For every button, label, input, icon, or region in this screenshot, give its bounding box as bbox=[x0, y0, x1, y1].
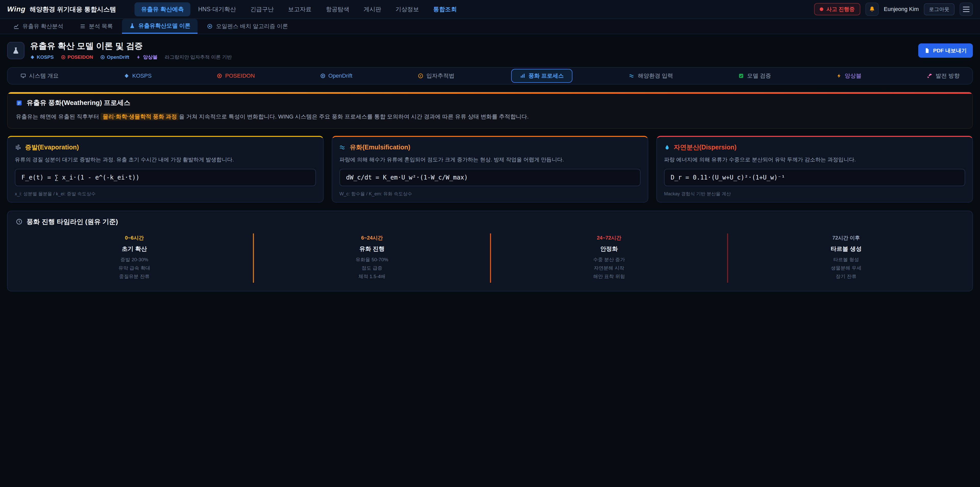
card-title-label: 자연분산(Dispersion) bbox=[674, 143, 737, 152]
card-description: 파랑 에너지에 의해 유류가 수중으로 분산되어 유막 두께가 감소하는 과정입… bbox=[664, 155, 965, 164]
card-evaporation: 증발(Evaporation) 유류의 경질 성분이 대기로 증발하는 과정. … bbox=[7, 136, 324, 203]
stage-phase: 유화 진행 bbox=[264, 245, 480, 253]
menu-button[interactable] bbox=[959, 3, 973, 16]
badge-label: OpenDrift bbox=[107, 54, 129, 60]
pill-label: KOSPS bbox=[132, 72, 151, 79]
nav-item-aerial-search[interactable]: 항공탐색 bbox=[319, 2, 356, 16]
tab-spill-analysis[interactable]: 유출유 확산분석 bbox=[6, 19, 70, 34]
main-nav: 유출유 확산예측 HNS·대기확산 긴급구난 보고자료 항공탐색 게시판 기상정… bbox=[135, 2, 809, 16]
badge-opendrift: OpenDrift bbox=[100, 54, 129, 60]
badge-label: KOSPS bbox=[37, 54, 54, 60]
nav-item-hns-atmospheric[interactable]: HNS·대기확산 bbox=[191, 2, 242, 16]
stage-detail: 수중 분산 증가 bbox=[501, 255, 717, 264]
monitor-icon bbox=[21, 73, 26, 79]
pill-particle-tracking[interactable]: 입자추적법 bbox=[409, 69, 463, 83]
list-icon bbox=[80, 23, 86, 29]
wind-icon bbox=[15, 144, 21, 151]
stage-detail: 유막 급속 확대 bbox=[26, 264, 243, 272]
timeline-stage-initial-spread: 0~6시간 초기 확산 증발 20-30% 유막 급속 확대 중질유분 잔류 bbox=[16, 233, 253, 283]
weathering-intro-panel: 유출유 풍화(Weathering) 프로세스 유출유는 해면에 유출된 직후부… bbox=[7, 92, 973, 129]
document-icon bbox=[924, 48, 930, 53]
card-title-label: 유화(Emulsification) bbox=[350, 143, 410, 152]
section-tab-bar: 시스템 개요 KOSPS POSEIDON OpenDrift 입자추적법 풍화… bbox=[7, 67, 973, 85]
timeline-stage-tarball: 72시간 이후 타르볼 생성 타르볼 형성 생물분해 우세 장기 잔류 bbox=[727, 233, 964, 283]
stage-detail: 해안 표착 위험 bbox=[501, 272, 717, 281]
nav-item-oil-spill-forecast[interactable]: 유출유 확산예측 bbox=[135, 2, 190, 16]
diamond-icon bbox=[124, 73, 129, 78]
tab-analysis-list[interactable]: 분석 목록 bbox=[73, 19, 120, 34]
pill-label: 발전 방향 bbox=[935, 72, 959, 80]
pill-model-validation[interactable]: 모델 검증 bbox=[730, 69, 780, 83]
stage-detail: 중질유분 잔류 bbox=[26, 272, 243, 281]
pill-label: POSEIDON bbox=[225, 72, 255, 79]
stage-detail: 점도 급증 bbox=[264, 264, 480, 272]
stage-period: 24~72시간 bbox=[501, 235, 717, 241]
card-dispersion: 자연분산(Dispersion) 파랑 에너지에 의해 유류가 수중으로 분산되… bbox=[656, 136, 973, 203]
stage-detail: 증발 20-30% bbox=[26, 255, 243, 264]
pill-future-direction[interactable]: 발전 방향 bbox=[918, 69, 968, 83]
logout-button[interactable]: 로그아웃 bbox=[924, 3, 955, 15]
clock-icon bbox=[16, 218, 22, 225]
notification-bell-button[interactable] bbox=[865, 3, 879, 16]
emulsification-formula: dW_c/dt = K_em·U_w²·(1-W_c/W_max) bbox=[339, 169, 641, 186]
pill-marine-environment-input[interactable]: 해양환경 입력 bbox=[620, 69, 682, 83]
pill-poseidon[interactable]: POSEIDON bbox=[208, 69, 263, 82]
rocket-icon bbox=[927, 73, 932, 79]
card-title: 유화(Emulsification) bbox=[339, 143, 641, 152]
app-title: 해양환경 위기대응 통합시스템 bbox=[30, 5, 116, 14]
pill-weathering-process[interactable]: 풍화 프로세스 bbox=[511, 69, 573, 83]
stage-phase: 안정화 bbox=[501, 245, 717, 253]
document-icon bbox=[16, 100, 22, 106]
stage-detail: 생물분해 우세 bbox=[738, 264, 954, 272]
stage-detail: 타르볼 형성 bbox=[738, 255, 954, 264]
tab-oilfence-algorithm-theory[interactable]: 오일펜스 배치 알고리즘 이론 bbox=[200, 19, 295, 34]
card-emulsification: 유화(Emulsification) 파랑에 의해 해수가 유류에 혼입되어 점… bbox=[332, 136, 648, 203]
evaporation-formula: F_e(t) = ∑ x_i·(1 - e^(-k_ei·t)) bbox=[15, 169, 316, 186]
tab-label: 유출유 확산분석 bbox=[22, 22, 63, 30]
top-navigation: Wing 해양환경 위기대응 통합시스템 유출유 확산예측 HNS·대기확산 긴… bbox=[0, 0, 980, 19]
stage-detail: 체적 1.5-4배 bbox=[264, 272, 480, 281]
weathering-timeline-panel: 풍화 진행 타임라인 (원유 기준) 0~6시간 초기 확산 증발 20-30%… bbox=[7, 211, 973, 292]
bell-icon bbox=[869, 6, 876, 13]
nav-item-emergency-rescue[interactable]: 긴급구난 bbox=[244, 2, 280, 16]
badge-label: POSEIDON bbox=[68, 54, 93, 60]
user-name: Eunjeong Kim bbox=[884, 6, 919, 13]
stage-detail: 자연분해 시작 bbox=[501, 264, 717, 272]
page-title-group: 유출유 확산 모델 이론 및 검증 KOSPS POSEIDON OpenDri… bbox=[30, 40, 232, 61]
tab-label: 오일펜스 배치 알고리즘 이론 bbox=[216, 22, 288, 30]
stage-details: 증발 20-30% 유막 급속 확대 중질유분 잔류 bbox=[26, 255, 243, 281]
circle-dot-icon bbox=[61, 55, 65, 59]
nav-item-integrated-search[interactable]: 통합조회 bbox=[427, 2, 463, 16]
nav-item-reports[interactable]: 보고자료 bbox=[282, 2, 318, 16]
intro-highlight: 물리·화학·생물학적 풍화 과정 bbox=[100, 113, 179, 120]
wave-icon bbox=[339, 144, 346, 151]
pill-label: 풍화 프로세스 bbox=[528, 72, 564, 80]
page-header: 유출유 확산 모델 이론 및 검증 KOSPS POSEIDON OpenDri… bbox=[7, 40, 973, 61]
main-content: 유출유 확산 모델 이론 및 검증 KOSPS POSEIDON OpenDri… bbox=[0, 34, 980, 302]
tab-model-theory[interactable]: 유출유확산모델 이론 bbox=[122, 19, 197, 34]
page-title-icon-box bbox=[7, 42, 24, 59]
stage-phase: 타르볼 생성 bbox=[738, 245, 954, 253]
flask-icon bbox=[12, 46, 20, 55]
bolt-icon bbox=[136, 55, 141, 59]
nav-item-weather[interactable]: 기상정보 bbox=[389, 2, 426, 16]
pill-system-overview[interactable]: 시스템 개요 bbox=[12, 69, 67, 83]
pill-ensemble[interactable]: 앙상블 bbox=[828, 69, 870, 83]
nav-item-board[interactable]: 게시판 bbox=[357, 2, 388, 16]
droplet-icon bbox=[664, 144, 670, 150]
stage-details: 타르볼 형성 생물분해 우세 장기 잔류 bbox=[738, 255, 954, 281]
badge-label: 앙상블 bbox=[143, 54, 158, 61]
circle-dot-icon bbox=[100, 55, 105, 59]
card-footnote: x_i: 성분별 몰분율 / k_ei: 증발 속도상수 bbox=[15, 191, 316, 197]
pill-kosps[interactable]: KOSPS bbox=[115, 69, 160, 82]
card-footnote: Mackay 경험식 기반 분산율 계산 bbox=[664, 191, 965, 197]
incident-status-badge[interactable]: 사고 진행중 bbox=[814, 3, 860, 15]
wing-logo: Wing bbox=[7, 5, 25, 13]
intro-text: 을 거쳐 지속적으로 특성이 변화합니다. WING 시스템은 주요 풍화 프로… bbox=[179, 113, 528, 120]
page-header-left: 유출유 확산 모델 이론 및 검증 KOSPS POSEIDON OpenDri… bbox=[7, 40, 232, 61]
pdf-export-button[interactable]: PDF 내보내기 bbox=[918, 43, 973, 58]
circle-dot-icon bbox=[207, 23, 213, 29]
target-icon bbox=[217, 73, 222, 78]
weathering-title: 유출유 풍화(Weathering) 프로세스 bbox=[27, 98, 130, 107]
pill-opendrift[interactable]: OpenDrift bbox=[312, 69, 361, 82]
